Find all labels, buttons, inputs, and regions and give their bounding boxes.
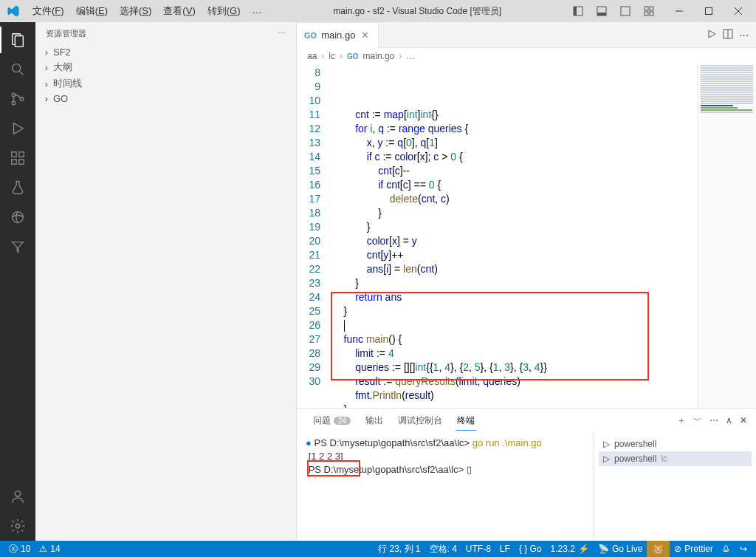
terminal-icon: ▷ — [603, 439, 610, 449]
minimize-button[interactable] — [664, 0, 694, 22]
titlebar-right — [567, 0, 753, 22]
panel-more-icon[interactable]: ⋯ — [709, 415, 718, 426]
status-gopher-icon[interactable]: 🐹 — [647, 541, 670, 557]
tab-output[interactable]: 输出 — [358, 411, 391, 430]
tab-main-go[interactable]: GO main.go ✕ — [297, 22, 379, 48]
menu-bar: 文件(F)编辑(E)选择(S)查看(V)转到(G)… — [27, 1, 268, 21]
status-go-version[interactable]: 1.23.2 ⚡ — [546, 541, 594, 557]
search-icon[interactable] — [0, 55, 35, 84]
menu-item[interactable]: 文件(F) — [27, 1, 70, 21]
svg-rect-21 — [12, 152, 16, 157]
window-title: main.go - sf2 - Visual Studio Code [管理员] — [268, 5, 567, 18]
svg-rect-10 — [706, 8, 712, 15]
svg-line-16 — [20, 72, 24, 75]
status-warnings[interactable]: ⚠ 14 — [35, 544, 64, 554]
tab-problems[interactable]: 问题24 — [306, 411, 358, 430]
status-spaces[interactable]: 空格: 4 — [425, 541, 461, 557]
svg-rect-8 — [650, 12, 653, 16]
svg-marker-26 — [13, 242, 24, 253]
status-go-live[interactable]: 📡 Go Live — [594, 541, 647, 557]
menu-item[interactable]: 转到(G) — [202, 1, 247, 21]
chevron-right-icon: › — [41, 47, 52, 58]
menu-item[interactable]: … — [247, 1, 268, 21]
run-debug-icon[interactable] — [0, 114, 35, 143]
go-file-icon: GO — [347, 52, 359, 61]
menu-item[interactable]: 编辑(E) — [70, 1, 114, 21]
status-prettier[interactable]: ⊘ Prettier — [670, 541, 718, 557]
testing-icon[interactable] — [0, 173, 35, 202]
run-icon[interactable] — [707, 29, 717, 41]
chevron-right-icon: › — [41, 78, 52, 89]
bottom-panel: 问题24 输出 调试控制台 终端 ＋ ﹀ ⋯ ∧ ✕ ● PS D:\myset… — [297, 408, 756, 541]
svg-rect-6 — [650, 7, 653, 10]
layout-right-icon[interactable] — [614, 1, 636, 21]
sidebar-section[interactable]: ›时间线 — [35, 75, 296, 92]
status-feedback-icon[interactable]: ↪ — [735, 541, 752, 557]
extensions-icon[interactable] — [0, 143, 35, 173]
chevron-right-icon: › — [41, 62, 52, 72]
terminal-dropdown-icon[interactable]: ﹀ — [693, 414, 702, 427]
svg-point-18 — [12, 101, 16, 105]
sidebar-title: 资源管理器 — [46, 28, 278, 39]
explorer-sidebar: 资源管理器 ⋯ ›SF2›大纲›时间线›GO — [35, 22, 297, 541]
layout-bottom-icon[interactable] — [591, 1, 613, 21]
maximize-button[interactable] — [694, 0, 724, 22]
code-editor[interactable]: 8910111213141516171819202122232425262728… — [297, 64, 756, 408]
terminal-entry[interactable]: ▷powershell lc — [599, 451, 752, 466]
svg-rect-3 — [597, 13, 606, 16]
status-encoding[interactable]: UTF-8 — [461, 541, 495, 557]
close-button[interactable] — [724, 0, 753, 22]
activity-bar — [0, 22, 35, 541]
tab-terminal[interactable]: 终端 — [450, 411, 482, 430]
terminal[interactable]: ● PS D:\mysetup\gopath\src\sf2\aa\lc> go… — [297, 432, 594, 541]
cloud-icon[interactable] — [0, 202, 35, 232]
sidebar-section[interactable]: ›SF2 — [35, 45, 296, 59]
new-terminal-icon[interactable]: ＋ — [677, 414, 686, 427]
maximize-panel-icon[interactable]: ∧ — [726, 415, 732, 426]
tab-label: main.go — [321, 30, 355, 41]
svg-point-25 — [13, 212, 24, 223]
status-cursor-pos[interactable]: 行 23, 列 1 — [374, 541, 425, 557]
editor-area: GO main.go ✕ ⋯ aa› lc› GO main.go› … 891… — [297, 22, 756, 541]
menu-item[interactable]: 查看(V) — [157, 1, 201, 21]
layout-custom-icon[interactable] — [638, 1, 660, 21]
explorer-icon[interactable] — [0, 25, 35, 55]
gear-icon[interactable] — [0, 511, 35, 541]
sidebar-section[interactable]: ›大纲 — [35, 59, 296, 75]
vscode-logo-icon — [3, 1, 24, 21]
svg-rect-7 — [645, 12, 648, 16]
minimap[interactable] — [697, 64, 756, 408]
layout-primary-icon[interactable] — [567, 1, 589, 21]
terminal-entry[interactable]: ▷powershell — [599, 437, 752, 451]
status-errors[interactable]: ⓧ 10 — [4, 543, 35, 556]
chevron-right-icon: › — [41, 94, 52, 104]
tab-close-icon[interactable]: ✕ — [360, 30, 371, 41]
svg-point-28 — [16, 524, 20, 528]
svg-point-17 — [12, 93, 16, 97]
sidebar-section[interactable]: ›GO — [35, 92, 296, 106]
status-notifications-icon[interactable]: 🕭 — [718, 541, 735, 557]
menu-item[interactable]: 选择(S) — [114, 1, 157, 21]
svg-point-27 — [15, 491, 20, 496]
svg-rect-1 — [574, 7, 577, 16]
split-editor-icon[interactable] — [723, 29, 733, 41]
svg-rect-5 — [645, 7, 648, 10]
editor-more-icon[interactable]: ⋯ — [739, 30, 749, 41]
svg-marker-29 — [709, 30, 715, 38]
svg-rect-24 — [19, 152, 24, 157]
terminal-icon: ▷ — [603, 454, 610, 464]
svg-marker-20 — [14, 123, 24, 134]
svg-rect-23 — [19, 160, 24, 164]
filter-icon[interactable] — [0, 232, 35, 262]
go-file-icon: GO — [304, 31, 317, 40]
source-control-icon[interactable] — [0, 84, 35, 114]
tab-debug-console[interactable]: 调试控制台 — [391, 411, 450, 430]
status-eol[interactable]: LF — [495, 541, 515, 557]
close-panel-icon[interactable]: ✕ — [740, 415, 747, 426]
account-icon[interactable] — [0, 482, 35, 511]
status-language[interactable]: { } Go — [515, 541, 546, 557]
tab-bar: GO main.go ✕ ⋯ — [297, 22, 756, 48]
sidebar-more-icon[interactable]: ⋯ — [278, 29, 286, 38]
breadcrumb[interactable]: aa› lc› GO main.go› … — [297, 48, 756, 64]
svg-rect-22 — [12, 160, 16, 164]
